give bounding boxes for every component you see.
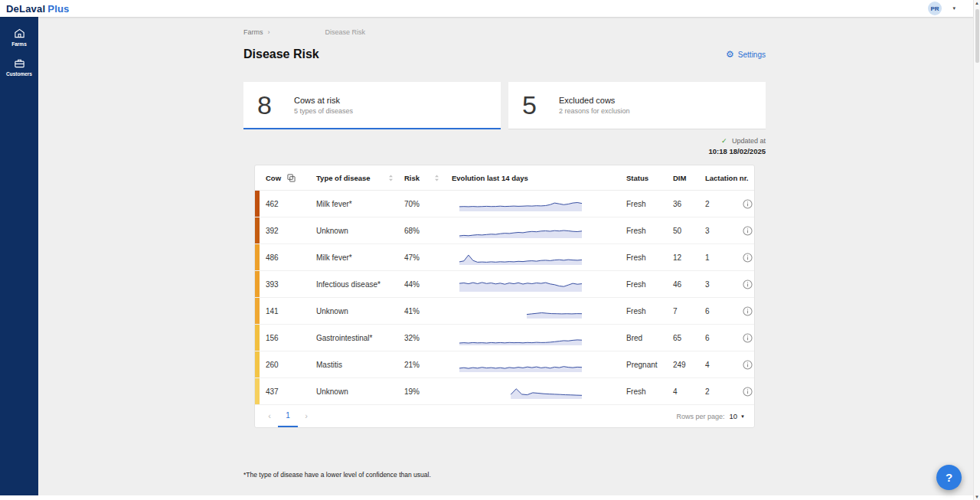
table-row[interactable]: 260 Mastitis 21% Pregnant 249 4	[255, 351, 754, 378]
rows-per-page-label: Rows per page:	[676, 413, 724, 420]
risk-level-bar	[255, 351, 260, 377]
risk-value: 19%	[404, 387, 452, 396]
info-icon[interactable]	[743, 226, 753, 236]
scroll-up-icon[interactable]: ▲	[974, 1, 980, 5]
next-page-button[interactable]: ›	[298, 405, 315, 427]
cow-status: Fresh	[626, 280, 673, 289]
column-header-cow: Cow	[266, 174, 281, 182]
info-icon[interactable]	[743, 333, 753, 343]
page-number-current[interactable]: 1	[278, 405, 298, 427]
risk-level-bar	[255, 217, 260, 243]
sidebar: Farms Customers	[0, 17, 38, 495]
sidebar-item-customers[interactable]: Customers	[0, 57, 38, 77]
cow-status: Fresh	[626, 253, 673, 262]
cow-status: Fresh	[626, 200, 673, 208]
cow-status: Bred	[626, 334, 673, 342]
rows-per-page-value: 10	[729, 412, 737, 420]
cow-id: 156	[266, 334, 316, 342]
table-row[interactable]: 392 Unknown 68% Fresh 50 3	[255, 217, 754, 244]
breadcrumb-farms[interactable]: Farms	[243, 28, 263, 36]
settings-button[interactable]: ⚙ Settings	[726, 50, 766, 59]
excluded-cows-count: 5	[522, 90, 550, 120]
risk-level-bar	[255, 191, 260, 217]
table-header: Cow Type of disease	[255, 165, 754, 191]
user-menu-chevron-icon[interactable]: ▾	[952, 5, 956, 11]
risk-value: 21%	[404, 361, 452, 369]
cows-at-risk-count: 8	[257, 90, 285, 120]
cow-status: Pregnant	[626, 361, 673, 369]
risk-value: 68%	[404, 227, 452, 235]
lactation-number: 2	[705, 387, 740, 396]
settings-label: Settings	[738, 51, 766, 59]
card-excluded-cows[interactable]: 5 Excluded cows 2 reasons for exclusion	[508, 82, 766, 129]
dim-value: 50	[673, 227, 705, 235]
column-header-disease: Type of disease	[316, 174, 371, 182]
sidebar-item-farms[interactable]: Farms	[0, 28, 38, 47]
breadcrumb-current: Disease Risk	[325, 28, 366, 36]
risk-value: 41%	[404, 307, 452, 315]
risk-value: 47%	[404, 253, 452, 262]
sort-icon[interactable]	[388, 174, 394, 182]
disease-type: Gastrointestinal*	[316, 334, 404, 342]
evolution-sparkline	[452, 356, 626, 373]
column-header-risk: Risk	[404, 174, 420, 182]
evolution-sparkline	[452, 302, 626, 319]
column-header-status: Status	[626, 174, 673, 182]
risk-level-bar	[255, 271, 260, 297]
dim-value: 46	[673, 280, 705, 289]
summary-cards: 8 Cows at risk 5 types of diseases 5 Exc…	[243, 82, 766, 129]
pagination: ‹ 1 › Rows per page: 10 ▼	[255, 405, 754, 427]
table-row[interactable]: 486 Milk fever* 47% Fresh 12 1	[255, 244, 754, 271]
column-header-dim: DIM	[673, 174, 705, 182]
info-icon[interactable]	[743, 279, 753, 289]
copy-icon[interactable]	[287, 174, 296, 182]
disease-type: Milk fever*	[316, 253, 404, 262]
lactation-number: 2	[705, 200, 740, 208]
card-cows-at-risk[interactable]: 8 Cows at risk 5 types of diseases	[243, 82, 501, 129]
card-title: Cows at risk	[294, 96, 353, 105]
lactation-number: 3	[705, 227, 740, 235]
rows-per-page-select[interactable]: 10 ▼	[729, 412, 745, 420]
disease-risk-table: Cow Type of disease	[254, 165, 755, 428]
prev-page-button[interactable]: ‹	[261, 405, 278, 427]
card-subtitle: 5 types of diseases	[294, 107, 353, 115]
lactation-number: 6	[705, 307, 740, 315]
table-row[interactable]: 393 Infectious disease* 44% Fresh 46 3	[255, 271, 754, 298]
updated-label: Updated at	[732, 137, 766, 145]
risk-level-bar	[255, 378, 260, 404]
brand-logo: DeLavalPlus	[6, 3, 70, 15]
cow-id: 260	[266, 361, 316, 369]
page-title: Disease Risk	[243, 47, 319, 61]
info-icon[interactable]	[743, 360, 753, 370]
table-row[interactable]: 437 Unknown 19% Fresh 4 2	[255, 378, 754, 405]
info-icon[interactable]	[743, 199, 753, 209]
breadcrumb: Farms › Disease Risk	[243, 17, 766, 36]
scroll-down-icon[interactable]: ▼	[974, 495, 980, 499]
dim-value: 7	[673, 307, 705, 315]
cow-id: 392	[266, 227, 316, 235]
main-area: Farms › Disease Risk Disease Risk ⚙ Sett…	[38, 17, 974, 495]
evolution-sparkline	[452, 195, 626, 212]
vertical-scrollbar[interactable]: ▲ ▼	[973, 0, 980, 500]
info-icon[interactable]	[743, 387, 753, 397]
evolution-sparkline	[452, 276, 626, 292]
table-row[interactable]: 141 Unknown 41% Fresh 7 6	[255, 298, 754, 325]
disease-type: Infectious disease*	[316, 280, 404, 289]
help-button[interactable]: ?	[936, 465, 962, 490]
cow-id: 393	[266, 280, 316, 289]
scrollbar-thumb[interactable]	[975, 9, 979, 63]
check-icon: ✓	[721, 137, 727, 145]
lactation-number: 6	[705, 334, 740, 342]
column-header-evolution: Evolution last 14 days	[452, 174, 626, 182]
table-row[interactable]: 462 Milk fever* 70% Fresh 36 2	[255, 191, 754, 217]
updated-timestamp: 10:18 18/02/2025	[243, 147, 766, 155]
info-icon[interactable]	[743, 253, 753, 263]
info-icon[interactable]	[743, 306, 753, 316]
risk-level-bar	[255, 325, 260, 351]
table-row[interactable]: 156 Gastrointestinal* 32% Bred 65 6	[255, 325, 754, 351]
lactation-number: 4	[705, 361, 740, 369]
user-avatar[interactable]: PR	[928, 2, 942, 15]
app-window: DeLavalPlus PR ▾ Farms Customers Farms ›…	[0, 0, 980, 500]
sort-icon[interactable]	[434, 174, 439, 182]
cow-id: 486	[266, 253, 316, 262]
